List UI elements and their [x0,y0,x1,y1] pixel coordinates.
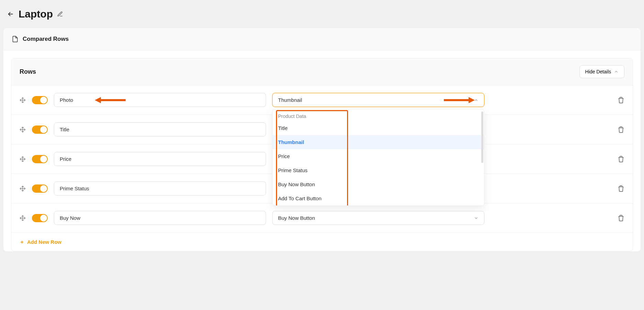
card-title: Compared Rows [23,36,69,43]
page-header: Laptop [3,3,641,25]
row-select-value: Buy Now Button [278,215,315,221]
page-title: Laptop [19,8,53,20]
compared-rows-card: Compared Rows Rows Hide Details T [3,28,641,251]
delete-row-icon[interactable] [618,156,624,163]
scrollbar[interactable] [481,111,483,163]
rows-panel: Rows Hide Details Thumbnail [11,58,633,251]
row-select-wrap: Buy Now Button [272,211,484,225]
dropdown-option[interactable]: Add To Cart Button [273,191,484,205]
drag-handle-icon[interactable] [20,127,26,133]
row-name-input[interactable] [54,211,266,225]
delete-row-icon[interactable] [618,185,624,192]
dropdown-group-label: Product Data [273,109,484,121]
add-new-row-button[interactable]: Add New Row [11,233,633,251]
delete-row-icon[interactable] [618,126,624,133]
row-select-value: Thumbnail [278,97,302,103]
add-new-row-label: Add New Row [27,239,61,245]
row-toggle[interactable] [32,126,48,134]
row-type-select[interactable]: Buy Now Button [272,211,484,225]
dropdown-option[interactable]: Thumbnail [273,135,484,149]
row-type-dropdown: Product Data Title Thumbnail Price Prime… [272,109,484,206]
chevron-down-icon [474,216,479,220]
delete-row-icon[interactable] [618,215,624,222]
drag-handle-icon[interactable] [20,186,26,192]
row-item: Thumbnail Product Data Title Thumbnail P… [11,85,633,115]
rows-title: Rows [20,68,36,75]
row-item: Buy Now Button [11,203,633,233]
row-type-select[interactable]: Thumbnail [272,93,484,107]
chevron-up-icon [614,69,619,74]
rows-header: Rows Hide Details [11,58,633,85]
row-name-input[interactable] [54,181,266,195]
edit-icon[interactable] [57,11,63,17]
drag-handle-icon[interactable] [20,97,26,103]
row-toggle[interactable] [32,184,48,193]
dropdown-option[interactable]: Prime Status [273,163,484,177]
row-name-input[interactable] [54,93,266,107]
dropdown-option[interactable]: Price [273,149,484,163]
card-header: Compared Rows [3,28,641,50]
row-name-input[interactable] [54,152,266,166]
row-toggle[interactable] [32,96,48,104]
drag-handle-icon[interactable] [20,156,26,162]
row-toggle[interactable] [32,214,48,222]
dropdown-option[interactable]: Buy Now Button [273,177,484,191]
drag-handle-icon[interactable] [20,215,26,221]
document-icon [12,36,19,43]
hide-details-label: Hide Details [585,69,611,74]
dropdown-option[interactable]: Title [273,121,484,135]
row-select-wrap: Thumbnail Product Data Title Thumbnail P… [272,93,484,107]
row-toggle[interactable] [32,155,48,163]
chevron-up-icon [474,98,479,103]
plus-icon [20,240,24,245]
row-name-input[interactable] [54,122,266,136]
delete-row-icon[interactable] [618,97,624,104]
hide-details-button[interactable]: Hide Details [579,65,624,78]
back-arrow-icon[interactable] [7,10,14,18]
